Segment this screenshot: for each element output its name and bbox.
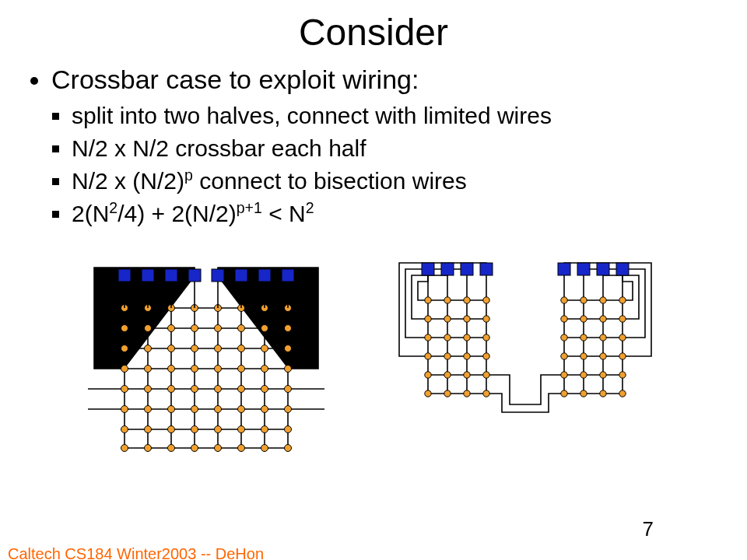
bullet-main: Crossbar case to exploit wiring:: [51, 63, 731, 96]
sub-bullet-3: N/2 x (N/2)p connect to bisection wires: [72, 165, 731, 198]
svg-rect-86: [258, 269, 271, 282]
svg-point-50: [168, 385, 175, 392]
svg-point-28: [215, 324, 222, 331]
sub-bullet-1: split into two halves, connect with limi…: [72, 100, 731, 132]
svg-point-150: [600, 296, 606, 303]
sub-bullet-2: N/2 x N/2 crossbar each half: [72, 132, 731, 165]
svg-point-54: [261, 385, 268, 392]
svg-point-139: [483, 352, 489, 359]
svg-point-146: [464, 390, 470, 396]
svg-point-69: [238, 425, 245, 432]
svg-point-29: [238, 324, 245, 331]
svg-point-24: [121, 324, 128, 331]
svg-rect-87: [282, 269, 294, 282]
svg-rect-82: [165, 269, 177, 282]
sub3-part-b: connect to bisection wires: [193, 168, 467, 194]
svg-point-159: [619, 334, 626, 340]
sub3-part-a: N/2 x (N/2): [72, 168, 184, 194]
svg-point-169: [580, 390, 587, 396]
svg-point-60: [215, 405, 222, 412]
svg-point-63: [285, 405, 292, 412]
bullet-list: Crossbar case to exploit wiring:: [28, 63, 731, 96]
svg-point-157: [580, 334, 587, 340]
svg-point-128: [425, 315, 431, 321]
svg-point-145: [444, 390, 451, 396]
page-number: 7: [643, 517, 654, 541]
svg-point-30: [261, 324, 268, 331]
svg-point-46: [261, 365, 268, 372]
page-title: Consider: [0, 11, 747, 54]
svg-point-66: [168, 425, 175, 432]
svg-point-26: [168, 324, 175, 331]
svg-point-42: [168, 365, 175, 372]
svg-point-44: [215, 365, 222, 372]
svg-point-35: [191, 345, 198, 352]
svg-point-126: [464, 296, 470, 303]
svg-point-58: [168, 405, 175, 412]
content-block: Crossbar case to exploit wiring: split i…: [28, 63, 731, 230]
svg-point-142: [464, 371, 470, 377]
svg-point-125: [444, 296, 451, 303]
svg-point-134: [464, 334, 470, 340]
svg-point-33: [145, 345, 152, 352]
svg-point-39: [285, 345, 292, 352]
svg-point-67: [191, 425, 198, 432]
svg-point-171: [619, 390, 626, 396]
sub4-sup1: 2: [109, 199, 117, 216]
svg-point-40: [121, 365, 128, 372]
crossbar-split-diagram: [385, 238, 665, 440]
svg-point-56: [121, 405, 128, 412]
svg-rect-172: [422, 263, 434, 275]
svg-point-49: [145, 385, 152, 392]
svg-point-147: [483, 390, 489, 396]
svg-point-75: [191, 444, 198, 451]
slide: Consider Crossbar case to exploit wiring…: [0, 11, 747, 560]
sub-bullet-4: 2(N2/4) + 2(N/2)p+1 < N2: [72, 198, 731, 230]
svg-point-127: [483, 296, 489, 303]
svg-rect-85: [235, 269, 247, 282]
crossbar-full-diagram: [82, 238, 338, 471]
svg-point-31: [285, 324, 292, 331]
svg-point-137: [444, 352, 451, 359]
svg-point-61: [238, 405, 245, 412]
sub3-sup: p: [184, 166, 193, 184]
sub4-a: 2(N: [72, 201, 109, 226]
svg-point-132: [425, 334, 431, 340]
svg-point-52: [215, 385, 222, 392]
svg-point-166: [600, 371, 606, 377]
sub4-c: < N: [262, 201, 306, 226]
svg-point-160: [561, 352, 567, 359]
svg-point-163: [619, 352, 626, 359]
svg-point-37: [238, 345, 245, 352]
svg-point-152: [561, 315, 567, 321]
sub4-sup2: p+1: [237, 199, 262, 216]
svg-point-129: [444, 315, 451, 321]
svg-rect-84: [212, 269, 224, 282]
svg-point-36: [215, 345, 222, 352]
svg-point-140: [425, 371, 431, 377]
svg-point-32: [121, 345, 128, 352]
svg-point-27: [191, 324, 198, 331]
svg-point-64: [121, 425, 128, 432]
svg-point-151: [619, 296, 626, 303]
svg-point-41: [145, 365, 152, 372]
svg-point-135: [483, 334, 489, 340]
svg-point-48: [121, 385, 128, 392]
svg-point-25: [145, 324, 152, 331]
svg-point-138: [464, 352, 470, 359]
svg-rect-80: [118, 269, 131, 282]
svg-point-70: [261, 425, 268, 432]
svg-point-62: [261, 405, 268, 412]
svg-point-68: [215, 425, 222, 432]
svg-point-156: [561, 334, 567, 340]
svg-point-133: [444, 334, 451, 340]
svg-point-53: [238, 385, 245, 392]
svg-point-167: [619, 371, 626, 377]
svg-point-130: [464, 315, 470, 321]
svg-point-57: [145, 405, 152, 412]
svg-point-164: [561, 371, 567, 377]
svg-point-59: [191, 405, 198, 412]
svg-point-78: [261, 444, 268, 451]
svg-rect-174: [461, 263, 473, 275]
svg-point-162: [600, 352, 606, 359]
